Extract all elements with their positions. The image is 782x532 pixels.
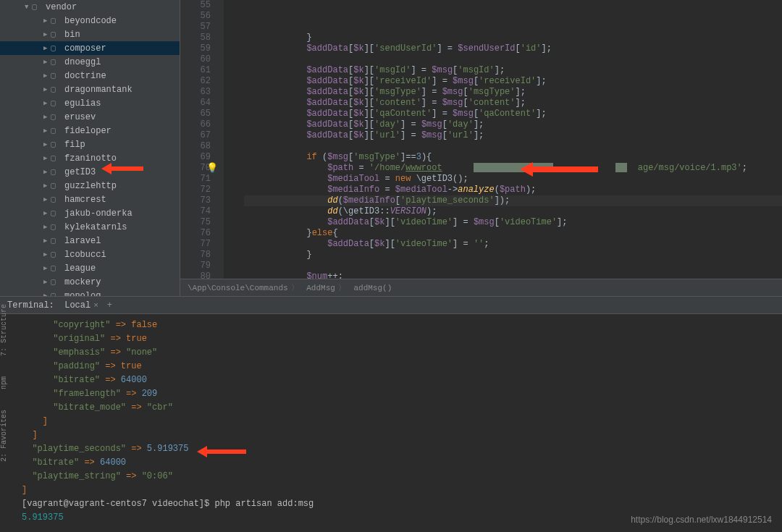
folder-icon: ▢ [51, 125, 61, 136]
folder-icon: ▢ [51, 111, 61, 122]
tree-item-league[interactable]: ▶▢league [0, 261, 180, 275]
chevron-right-icon: ▶ [43, 58, 51, 66]
tree-item-kylekatarnls[interactable]: ▶▢kylekatarnls [0, 220, 180, 234]
tree-item-beyondcode[interactable]: ▶▢beyondcode [0, 14, 180, 28]
folder-icon: ▢ [51, 153, 61, 164]
favorites-tab[interactable]: 2: Favorites [0, 410, 8, 462]
terminal-pane[interactable]: Terminal: Local × + "copyright" => false… [0, 297, 782, 532]
tree-item-bin[interactable]: ▶▢bin [0, 28, 180, 41]
folder-icon: ▢ [51, 139, 61, 150]
chevron-right-icon: ▶ [43, 140, 51, 148]
chevron-right-icon: ▶ [43, 127, 51, 135]
lightbulb-icon[interactable]: 💡 [206, 163, 218, 174]
tree-item-lcobucci[interactable]: ▶▢lcobucci [0, 248, 180, 261]
tree-item-dnoeggl[interactable]: ▶▢dnoeggl [0, 55, 180, 69]
tree-item-egulias[interactable]: ▶▢egulias [0, 96, 180, 110]
folder-icon: ▢ [51, 276, 61, 287]
tree-item-mockery[interactable]: ▶▢mockery [0, 275, 180, 289]
folder-icon: ▢ [51, 56, 61, 67]
tree-root-vendor[interactable]: ▼ ▢ vendor [0, 0, 180, 14]
folder-icon: ▢ [32, 1, 42, 12]
chevron-right-icon: ▶ [43, 72, 51, 80]
tool-window-bar[interactable]: 7: Structure npm 2: Favorites [0, 304, 14, 521]
terminal-output[interactable]: "copyright" => false "original" => true … [0, 314, 782, 532]
folder-icon: ▢ [51, 208, 61, 219]
tree-item-erusev[interactable]: ▶▢erusev [0, 110, 180, 124]
chevron-right-icon: ▶ [43, 264, 51, 272]
tree-item-composer[interactable]: ▶▢composer [0, 41, 180, 55]
folder-icon: ▢ [51, 84, 61, 95]
add-tab-icon[interactable]: + [107, 300, 112, 311]
folder-icon: ▢ [51, 263, 61, 274]
folder-icon: ▢ [51, 15, 61, 26]
tree-item-doctrine[interactable]: ▶▢doctrine [0, 69, 180, 83]
folder-icon: ▢ [51, 235, 61, 246]
npm-tab[interactable]: npm [0, 376, 8, 389]
tree-item-getID3[interactable]: ▶▢getID3 [0, 165, 180, 179]
chevron-right-icon: ▶ [43, 292, 51, 296]
chevron-right-icon: ▶ [43, 223, 51, 231]
breadcrumb[interactable]: \App\Console\Commands〉 AddMsg〉 addMsg() [180, 279, 782, 296]
tree-item-jakub-onderka[interactable]: ▶▢jakub-onderka [0, 206, 180, 220]
project-tree[interactable]: ▼ ▢ vendor ▶▢beyondcode▶▢bin▶▢composer▶▢… [0, 0, 180, 296]
folder-icon: ▢ [51, 43, 61, 54]
tree-item-dragonmantank[interactable]: ▶▢dragonmantank [0, 83, 180, 96]
folder-icon: ▢ [51, 166, 61, 177]
folder-icon: ▢ [51, 29, 61, 40]
chevron-right-icon: ▶ [43, 17, 51, 25]
chevron-right-icon: ▶ [43, 154, 51, 162]
folder-icon: ▢ [51, 194, 61, 205]
code-editor[interactable]: 5556575859606162636465666768697071727374… [180, 0, 782, 296]
folder-icon: ▢ [51, 180, 61, 191]
chevron-right-icon: ▶ [43, 85, 51, 93]
chevron-right-icon: ▶ [43, 30, 51, 38]
tree-item-monolog[interactable]: ▶▢monolog [0, 289, 180, 296]
tree-item-hamcrest[interactable]: ▶▢hamcrest [0, 193, 180, 206]
terminal-tabs[interactable]: Terminal: Local × + [0, 297, 782, 314]
close-icon[interactable]: × [93, 301, 98, 310]
chevron-right-icon: ▶ [43, 113, 51, 121]
chevron-right-icon: ▶ [43, 250, 51, 258]
tree-item-fzaninotto[interactable]: ▶▢fzaninotto [0, 151, 180, 165]
folder-icon: ▢ [51, 70, 61, 81]
tree-item-laravel[interactable]: ▶▢laravel [0, 234, 180, 248]
line-gutter: 5556575859606162636465666768697071727374… [180, 0, 224, 279]
folder-icon: ▢ [51, 221, 61, 232]
chevron-right-icon: ▶ [43, 195, 51, 203]
chevron-right-icon: ▶ [43, 99, 51, 107]
chevron-down-icon: ▼ [25, 4, 32, 11]
tree-item-guzzlehttp[interactable]: ▶▢guzzlehttp [0, 179, 180, 193]
tree-item-fideloper[interactable]: ▶▢fideloper [0, 124, 180, 138]
watermark: https://blog.csdn.net/lxw1844912514 [631, 515, 772, 525]
structure-tab[interactable]: 7: Structure [0, 304, 8, 356]
code-content[interactable]: 💡 } $addData[$k]['sendUserId'] = $sendUs… [224, 0, 782, 279]
chevron-right-icon: ▶ [43, 44, 51, 52]
folder-icon: ▢ [51, 98, 61, 109]
chevron-right-icon: ▶ [43, 182, 51, 190]
chevron-right-icon: ▶ [43, 237, 51, 245]
chevron-right-icon: ▶ [43, 168, 51, 176]
chevron-right-icon: ▶ [43, 209, 51, 217]
terminal-tab-local[interactable]: Local [64, 300, 91, 311]
folder-icon: ▢ [51, 249, 61, 260]
folder-icon: ▢ [51, 290, 61, 296]
tree-item-filp[interactable]: ▶▢filp [0, 138, 180, 151]
chevron-right-icon: ▶ [43, 278, 51, 286]
